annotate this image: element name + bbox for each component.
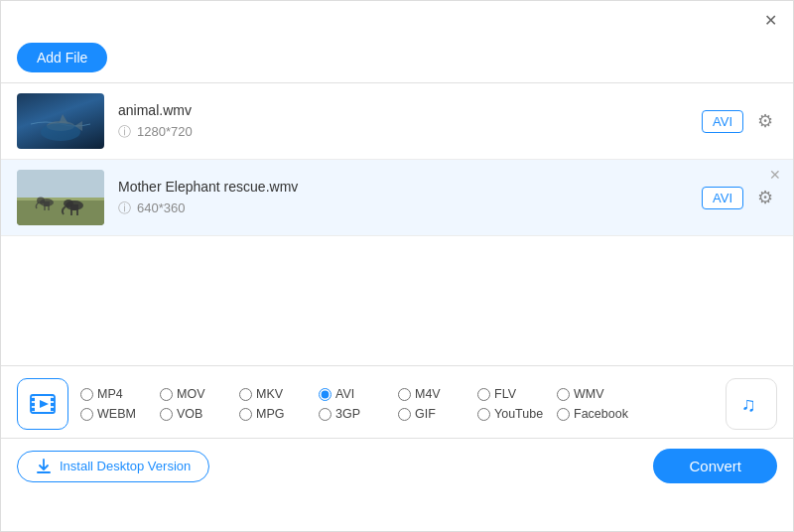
- svg-text:♫: ♫: [741, 393, 756, 415]
- format-radio-youtube[interactable]: [477, 408, 490, 421]
- format-radio-avi[interactable]: [319, 388, 331, 401]
- svg-rect-18: [31, 403, 35, 406]
- format-row-2: WEBM VOB MPG 3GP GIF YouTube: [80, 407, 714, 421]
- svg-rect-21: [51, 403, 55, 406]
- format-radio-vob[interactable]: [160, 408, 173, 421]
- format-option-gif[interactable]: GIF: [398, 407, 477, 421]
- settings-button-1[interactable]: ⚙: [753, 108, 777, 134]
- format-badge-1[interactable]: AVI: [702, 110, 743, 133]
- format-radio-mkv[interactable]: [239, 388, 252, 401]
- film-icon: [29, 390, 57, 418]
- action-bar: Install Desktop Version Convert: [1, 438, 793, 493]
- install-label: Install Desktop Version: [60, 459, 191, 473]
- gear-icon-2: ⚙: [757, 188, 773, 207]
- file-item-1: animal.wmv ⓘ 1280*720 AVI ⚙: [1, 83, 793, 160]
- svg-rect-5: [44, 201, 50, 206]
- file-info-1: animal.wmv ⓘ 1280*720: [104, 102, 702, 141]
- format-radio-flv[interactable]: [477, 388, 490, 401]
- settings-button-2[interactable]: ⚙: [753, 185, 777, 210]
- file-actions-2: AVI ⚙: [702, 185, 777, 210]
- format-label-gif: GIF: [415, 407, 436, 421]
- format-label-flv: FLV: [494, 387, 516, 401]
- download-icon: [36, 459, 52, 474]
- svg-rect-1: [17, 170, 104, 200]
- format-radio-wmv[interactable]: [557, 388, 570, 401]
- format-radio-mpg[interactable]: [239, 408, 252, 421]
- window-close-button[interactable]: ✕: [760, 11, 781, 31]
- file-name-2: Mother Elephant rescue.wmv: [118, 179, 702, 195]
- file-list: animal.wmv ⓘ 1280*720 AVI ⚙ ✕: [1, 83, 793, 236]
- audio-format-tab[interactable]: ♫: [726, 378, 777, 430]
- format-label-mov: MOV: [177, 387, 204, 401]
- svg-rect-22: [51, 408, 55, 411]
- format-option-3gp[interactable]: 3GP: [319, 407, 398, 421]
- svg-rect-3: [17, 198, 104, 200]
- format-option-facebook[interactable]: Facebook: [557, 407, 646, 421]
- format-option-flv[interactable]: FLV: [477, 387, 557, 401]
- format-label-wmv: WMV: [574, 387, 604, 401]
- format-label-webm: WEBM: [97, 407, 136, 421]
- file-meta-1: ⓘ 1280*720: [118, 123, 702, 141]
- toolbar: Add File: [1, 37, 793, 82]
- format-option-avi[interactable]: AVI: [319, 387, 398, 401]
- format-label-avi: AVI: [335, 387, 354, 401]
- info-icon-2[interactable]: ⓘ: [118, 200, 131, 217]
- file-resolution-2: 640*360: [137, 200, 185, 215]
- format-option-m4v[interactable]: M4V: [398, 387, 477, 401]
- convert-button[interactable]: Convert: [653, 449, 777, 483]
- format-selector: MP4 MOV MKV AVI M4V FLV: [1, 365, 793, 438]
- format-radio-webm[interactable]: [80, 408, 93, 421]
- file-actions-1: AVI ⚙: [702, 108, 777, 134]
- format-option-youtube[interactable]: YouTube: [477, 407, 557, 421]
- video-format-tab[interactable]: [17, 378, 68, 430]
- format-label-vob: VOB: [177, 407, 202, 421]
- format-option-mpg[interactable]: MPG: [239, 407, 319, 421]
- file-item-2: ✕: [1, 160, 793, 236]
- file-name-1: animal.wmv: [118, 102, 702, 118]
- title-bar: ✕: [1, 1, 793, 37]
- format-row-1: MP4 MOV MKV AVI M4V FLV: [80, 387, 714, 401]
- svg-point-0: [47, 121, 74, 131]
- empty-area: [1, 236, 793, 365]
- add-file-button[interactable]: Add File: [17, 43, 107, 72]
- install-desktop-button[interactable]: Install Desktop Version: [17, 451, 209, 482]
- svg-marker-23: [40, 400, 49, 408]
- format-label-mpg: MPG: [256, 407, 284, 421]
- gear-icon-1: ⚙: [757, 111, 773, 131]
- file-thumbnail-2: [17, 170, 104, 225]
- file-resolution-1: 1280*720: [137, 124, 193, 139]
- format-radio-mp4[interactable]: [80, 388, 93, 401]
- info-icon-1[interactable]: ⓘ: [118, 123, 131, 141]
- format-radio-mov[interactable]: [160, 388, 173, 401]
- format-badge-2[interactable]: AVI: [702, 187, 743, 209]
- format-label-3gp: 3GP: [335, 407, 360, 421]
- format-radio-3gp[interactable]: [319, 408, 331, 421]
- format-radio-facebook[interactable]: [557, 408, 570, 421]
- music-note-icon: ♫: [738, 391, 764, 417]
- svg-rect-17: [31, 398, 35, 401]
- file-remove-button-2[interactable]: ✕: [765, 166, 785, 184]
- format-label-youtube: YouTube: [494, 407, 543, 421]
- format-option-mov[interactable]: MOV: [160, 387, 239, 401]
- shark-icon: [31, 106, 90, 136]
- format-option-mp4[interactable]: MP4: [80, 387, 160, 401]
- format-option-vob[interactable]: VOB: [160, 407, 239, 421]
- file-thumbnail-1: [17, 93, 104, 149]
- format-label-facebook: Facebook: [574, 407, 628, 421]
- format-label-m4v: M4V: [415, 387, 441, 401]
- svg-rect-19: [31, 408, 35, 411]
- format-radio-gif[interactable]: [398, 408, 411, 421]
- format-option-webm[interactable]: WEBM: [80, 407, 160, 421]
- svg-rect-25: [37, 471, 51, 473]
- format-option-mkv[interactable]: MKV: [239, 387, 319, 401]
- file-meta-2: ⓘ 640*360: [118, 200, 702, 217]
- svg-rect-20: [51, 398, 55, 401]
- file-info-2: Mother Elephant rescue.wmv ⓘ 640*360: [104, 179, 702, 217]
- format-label-mp4: MP4: [97, 387, 123, 401]
- format-radio-m4v[interactable]: [398, 388, 411, 401]
- svg-rect-2: [17, 200, 104, 225]
- format-option-wmv[interactable]: WMV: [557, 387, 636, 401]
- elephant-scene-icon: [17, 170, 104, 225]
- format-label-mkv: MKV: [256, 387, 283, 401]
